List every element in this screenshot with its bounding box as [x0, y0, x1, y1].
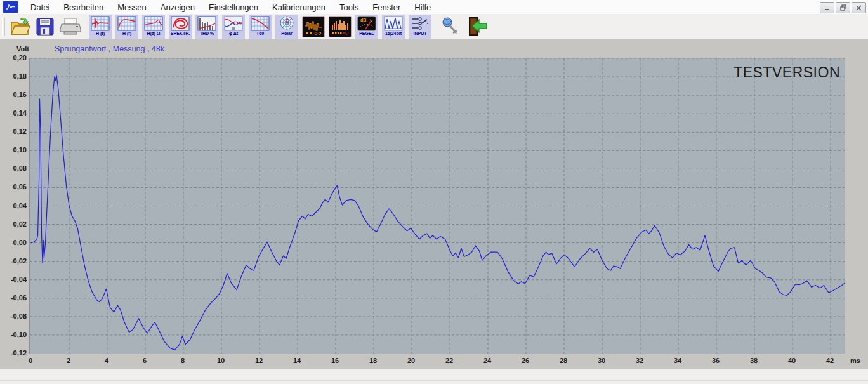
app-icon — [3, 1, 18, 13]
y-tick-label: 0,20 — [0, 54, 27, 62]
toolbar: H (t) H (f) H(z) Ω SPEKTR. THD % — [0, 14, 868, 40]
thd-percent-button[interactable]: THD % — [195, 15, 218, 39]
toolbar-button-label: φ Δt — [229, 31, 238, 36]
minimize-icon[interactable] — [820, 2, 834, 13]
step-response-plot[interactable]: TESTVERSION — [29, 58, 845, 354]
x-tick-label: 40 — [784, 357, 800, 364]
phase-curves-icon — [224, 16, 243, 31]
x-tick-label: 12 — [251, 357, 267, 364]
x-axis-unit-label: ms — [850, 357, 860, 364]
toolbar-button-label: H(z) Ω — [147, 31, 161, 36]
y-tick-label: 0,06 — [0, 183, 27, 190]
chart-title: Sprungantwort , Messung , 48k — [55, 44, 164, 53]
exit-button[interactable] — [467, 16, 489, 37]
y-tick-label: -0,08 — [0, 312, 27, 320]
y-tick-label: 0,02 — [0, 220, 27, 228]
toolbar-button-label: H (t) — [96, 31, 105, 36]
menu-item-kalibrierungen[interactable]: Kalibrierungen — [265, 1, 332, 13]
open-file-button[interactable] — [10, 17, 31, 37]
x-tick-label: 2 — [60, 357, 77, 364]
toolbar-button-label: INPUT — [414, 31, 427, 36]
microphone-button[interactable] — [440, 17, 460, 37]
x-tick-label: 20 — [403, 357, 419, 364]
menu-bar: DateiBearbeitenMessenAnzeigenEinstellung… — [0, 0, 868, 15]
x-tick-label: 18 — [365, 357, 381, 364]
menu-item-tools[interactable]: Tools — [332, 1, 365, 13]
spectrum-bars-icon — [331, 18, 350, 36]
h-t-measurement-button[interactable]: H (t) — [89, 15, 112, 39]
window-controls — [820, 2, 866, 13]
spectrogram-icon — [171, 16, 190, 31]
toolbar-button-label: H (f) — [122, 31, 131, 36]
y-tick-label: 0,18 — [0, 72, 27, 80]
menu-item-einstellungen[interactable]: Einstellungen — [202, 1, 265, 13]
h-f-measurement-button[interactable]: H (f) — [115, 15, 138, 39]
x-tick-label: 30 — [593, 357, 610, 364]
spektr-button[interactable]: SPEKTR. — [169, 15, 192, 39]
y-tick-label: -0,12 — [0, 349, 27, 357]
chart-region: Volt Sprungantwort , Messung , 48k TESTV… — [0, 39, 868, 369]
y-tick-label: -0,06 — [0, 294, 27, 301]
t60-reverb-button[interactable]: T60 — [249, 15, 272, 39]
x-tick-label: 38 — [746, 357, 762, 364]
y-tick-label: 0,08 — [0, 164, 27, 172]
open-folder-icon — [10, 17, 31, 37]
status-bar — [0, 369, 868, 384]
plot-canvas — [30, 58, 845, 354]
x-tick-label: 10 — [213, 357, 229, 364]
menu-item-messen[interactable]: Messen — [110, 1, 154, 13]
x-tick-label: 26 — [517, 357, 534, 364]
save-file-button[interactable] — [35, 17, 55, 37]
x-tick-label: 36 — [707, 357, 724, 364]
h-z-impedance-button[interactable]: H(z) Ω — [142, 15, 165, 39]
h-f-graph-icon — [117, 16, 136, 31]
spectrum-bars-button[interactable] — [329, 16, 352, 37]
x-tick-label: 8 — [174, 357, 191, 364]
h-t-graph-icon — [91, 16, 110, 31]
input-select-button[interactable]: INPUT — [409, 15, 431, 39]
y-tick-label: -0,10 — [0, 331, 27, 338]
exit-door-icon — [467, 16, 489, 37]
x-tick-label: 6 — [136, 357, 153, 364]
menu-item-bearbeiten[interactable]: Bearbeiten — [56, 1, 110, 13]
menu-items: DateiBearbeitenMessenAnzeigenEinstellung… — [23, 1, 438, 13]
input-switch-icon — [411, 16, 430, 31]
print-button[interactable] — [59, 17, 82, 37]
bit-16-24-button[interactable]: 16|24bit — [382, 15, 405, 39]
close-icon[interactable] — [852, 2, 866, 13]
phase-delay-button[interactable]: φ Δt — [222, 15, 245, 39]
y-tick-label: 0,12 — [0, 128, 27, 135]
h-z-graph-icon — [144, 16, 163, 31]
restore-icon[interactable] — [836, 2, 850, 13]
y-tick-label: -0,04 — [0, 275, 27, 283]
x-tick-label: 0 — [22, 357, 39, 364]
toolbar-button-label: T60 — [256, 31, 264, 36]
floppy-disk-icon — [35, 17, 55, 37]
pegel-meter-button[interactable]: dB PEGEL — [355, 15, 378, 39]
oscilloscope-icon — [304, 18, 323, 36]
application-window: { "menu": { "items": ["Datei","Bearbeite… — [0, 0, 868, 384]
svg-text:dB: dB — [360, 18, 366, 22]
menu-item-datei[interactable]: Datei — [23, 1, 56, 13]
thd-bars-icon — [197, 16, 216, 31]
toolbar-button-label: Polar — [281, 31, 293, 36]
printer-icon — [59, 17, 82, 37]
menu-item-fenster[interactable]: Fenster — [365, 1, 407, 13]
y-tick-label: 0,16 — [0, 91, 27, 98]
x-tick-label: 14 — [289, 357, 305, 364]
db-meter-icon: dB — [357, 16, 376, 31]
x-tick-label: 32 — [631, 357, 648, 364]
toolbar-button-label: PEGEL — [359, 31, 374, 36]
x-tick-label: 42 — [822, 357, 838, 364]
oscilloscope-button[interactable] — [302, 16, 325, 37]
microphone-icon — [440, 17, 460, 37]
x-tick-label: 24 — [479, 357, 496, 364]
polar-plot-button[interactable]: Polar — [275, 15, 298, 39]
menu-item-hilfe[interactable]: Hilfe — [407, 1, 438, 13]
x-tick-label: 28 — [555, 357, 572, 364]
y-tick-label: 0,14 — [0, 109, 27, 117]
y-tick-label: 0,00 — [0, 239, 27, 246]
y-axis-unit-label: Volt — [16, 45, 29, 53]
menu-item-anzeigen[interactable]: Anzeigen — [154, 1, 202, 13]
x-tick-label: 34 — [669, 357, 686, 364]
